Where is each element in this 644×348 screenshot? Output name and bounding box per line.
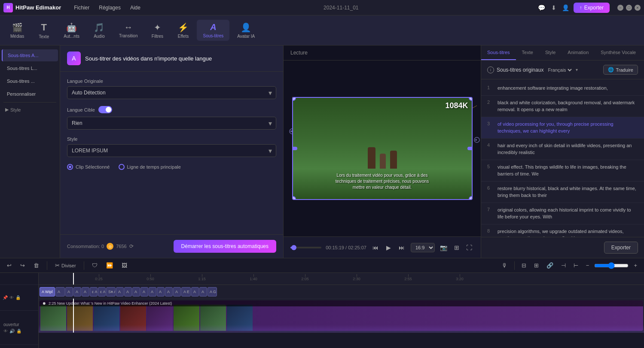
handle-left[interactable] bbox=[292, 147, 297, 150]
menu-aide[interactable]: Aide bbox=[126, 3, 145, 12]
sidebar-item-sous-titres-dots[interactable]: Sous-titres ... bbox=[2, 75, 58, 87]
tab-style[interactable]: Style bbox=[539, 45, 562, 60]
subtitle-clip-18[interactable]: A bbox=[191, 287, 199, 297]
start-subtitles-button[interactable]: Démarrer les sous-titres automatiques bbox=[174, 240, 276, 253]
target-lang-toggle[interactable] bbox=[98, 106, 112, 113]
speed-button[interactable]: ⏩ bbox=[104, 261, 116, 270]
subtitle-clip-14[interactable]: A bbox=[157, 287, 165, 297]
close-button[interactable]: × bbox=[635, 5, 641, 11]
subtitle-item-1[interactable]: 1 enhancement software integrating image… bbox=[481, 81, 644, 96]
subtitle-clip-3[interactable]: A bbox=[65, 287, 73, 297]
subtitle-clip-16[interactable]: A bbox=[173, 287, 181, 297]
timeline-cursor[interactable] bbox=[73, 273, 74, 284]
subtitle-item-8[interactable]: 8 precision algorithms, we upgrade outda… bbox=[481, 224, 644, 237]
sidebar-item-personnaliser[interactable]: Personnaliser bbox=[2, 88, 58, 100]
lock2-icon[interactable]: 🔒 bbox=[16, 329, 21, 333]
screenshot-button[interactable]: 📷 bbox=[438, 242, 449, 253]
radio-clip[interactable]: Clip Sélectionné bbox=[67, 164, 110, 170]
prev-frame-button[interactable]: ⊣ bbox=[559, 261, 568, 270]
tool-transition[interactable]: ↔ Transition bbox=[113, 20, 144, 41]
undo-button[interactable]: ↩ bbox=[4, 261, 14, 270]
mic-button[interactable]: 🎙 bbox=[499, 261, 510, 270]
subtitle-item-4[interactable]: 4 hair and every inch of skin detail in … bbox=[481, 139, 644, 160]
handle-bottom-right[interactable] bbox=[469, 196, 473, 200]
tab-synthese[interactable]: Synthèse Vocale bbox=[595, 45, 642, 60]
tab-animation[interactable]: Animation bbox=[562, 45, 595, 60]
next-frame-button[interactable]: ⊢ bbox=[571, 261, 581, 270]
volume-icon[interactable]: 🔊 bbox=[9, 329, 15, 333]
subtitle-clip-6[interactable]: ε A bbox=[90, 287, 98, 297]
shield-button[interactable]: 🛡 bbox=[89, 261, 100, 270]
zoom-out-button[interactable]: − bbox=[583, 261, 592, 270]
tool-texte[interactable]: T Texte bbox=[32, 19, 56, 42]
subtitle-clip-11[interactable]: A bbox=[132, 287, 140, 297]
menu-fichier[interactable]: Fichier bbox=[70, 3, 94, 12]
diviser-button[interactable]: ✂ Diviser bbox=[52, 261, 79, 270]
crop-button[interactable]: ⊞ bbox=[452, 242, 461, 253]
subtitle-item-5[interactable]: 5 visual effect. This brings wildlife to… bbox=[481, 160, 644, 182]
eye2-icon[interactable]: 👁 bbox=[3, 329, 8, 333]
subtitle-item-6[interactable]: 6 restore blurry historical, black and w… bbox=[481, 182, 644, 203]
subtitle-clip-15[interactable]: A bbox=[165, 287, 173, 297]
subtitle-item-7[interactable]: 7 original colors, allowing each histori… bbox=[481, 203, 644, 224]
split-h-button[interactable]: ⊟ bbox=[519, 261, 529, 270]
subtitle-clip-7[interactable]: ε A bbox=[98, 287, 106, 297]
pin-icon[interactable]: 📌 bbox=[3, 295, 8, 300]
menu-reglages[interactable]: Réglages bbox=[95, 3, 125, 12]
delete-button[interactable]: 🗑 bbox=[31, 261, 42, 270]
tool-audio[interactable]: 🎵 Audio bbox=[87, 20, 111, 41]
handle-right[interactable] bbox=[467, 147, 473, 150]
fullscreen-button[interactable]: ⛶ bbox=[464, 242, 474, 253]
style-select[interactable]: LOREM IPSUM bbox=[67, 144, 276, 157]
subtitle-clip-1[interactable]: A Wipl bbox=[40, 287, 55, 297]
subtitle-clip-8[interactable]: Sʀ A bbox=[106, 287, 116, 297]
tab-texte[interactable]: Texte bbox=[516, 45, 539, 60]
subtitle-clip-19[interactable]: A bbox=[199, 287, 207, 297]
right-export-button[interactable]: Exporter bbox=[604, 242, 638, 254]
tool-autom[interactable]: 🤖 Aut...nts bbox=[58, 20, 85, 41]
redo-button[interactable]: ↪ bbox=[18, 261, 27, 270]
tab-sous-titres[interactable]: Sous-titres bbox=[481, 45, 516, 60]
subtitle-clip-2[interactable]: A bbox=[55, 287, 65, 297]
handle-bottom-left[interactable] bbox=[292, 196, 296, 200]
user-icon[interactable]: 👤 bbox=[562, 3, 570, 12]
maximize-button[interactable]: □ bbox=[626, 5, 632, 11]
target-lang-select[interactable]: Rien bbox=[67, 117, 276, 130]
download-icon[interactable]: ⬇ bbox=[549, 3, 558, 12]
next-button[interactable]: ⏭ bbox=[397, 242, 406, 253]
zoom-slider[interactable] bbox=[594, 262, 629, 269]
crop-tl-button[interactable]: 🖼 bbox=[119, 261, 130, 270]
tool-sous-titres[interactable]: A Sous-titres bbox=[197, 20, 229, 41]
sidebar-item-sous-titres-a[interactable]: Sous-titres A... bbox=[2, 49, 58, 61]
chat-icon[interactable]: 💬 bbox=[537, 3, 546, 12]
prev-button[interactable]: ⏮ bbox=[371, 242, 380, 253]
subtitle-clip-10[interactable]: A bbox=[124, 287, 132, 297]
subtitle-clip-9[interactable]: A bbox=[116, 287, 124, 297]
link-button[interactable]: 🔗 bbox=[544, 261, 556, 270]
minimize-button[interactable]: − bbox=[617, 5, 623, 11]
eye-icon[interactable]: 👁 bbox=[9, 295, 14, 300]
subtitle-clip-20[interactable]: A G bbox=[208, 287, 217, 297]
subtitle-clip-17[interactable]: A E bbox=[181, 287, 191, 297]
aspect-select[interactable]: 16:9 bbox=[411, 243, 435, 252]
lock-icon[interactable]: 🔒 bbox=[15, 295, 21, 300]
subtitle-item-2[interactable]: 2 black and white colorization, backgrou… bbox=[481, 96, 644, 117]
tool-filtres[interactable]: ✦ Filtres bbox=[145, 20, 169, 41]
refresh-icon[interactable]: ⟳ bbox=[129, 243, 134, 249]
play-button[interactable]: ▶ bbox=[385, 242, 393, 253]
tool-medias[interactable]: 🎬 Médias bbox=[4, 20, 30, 41]
split-v-button[interactable]: ⊞ bbox=[531, 261, 541, 270]
export-button[interactable]: ↑ Exporter bbox=[574, 3, 610, 13]
language-select[interactable]: Français bbox=[546, 67, 573, 73]
tool-effets[interactable]: ⚡ Effets bbox=[171, 20, 195, 41]
subtitle-clip-13[interactable]: A bbox=[149, 287, 156, 297]
subtitle-clip-4[interactable]: A bbox=[73, 287, 81, 297]
progress-thumb[interactable] bbox=[291, 245, 296, 250]
subtitle-clip-5[interactable]: A bbox=[82, 287, 89, 297]
zoom-in-button[interactable]: + bbox=[631, 261, 640, 270]
translate-button[interactable]: 🌐 Traduire bbox=[603, 65, 638, 75]
progress-bar[interactable] bbox=[290, 247, 321, 248]
sidebar-item-sous-titres-l[interactable]: Sous-titres L... bbox=[2, 62, 58, 74]
subtitle-item-3[interactable]: 3 of video processing for you, through p… bbox=[481, 117, 644, 139]
sidebar-section-style[interactable]: ▶ Style bbox=[0, 104, 60, 115]
